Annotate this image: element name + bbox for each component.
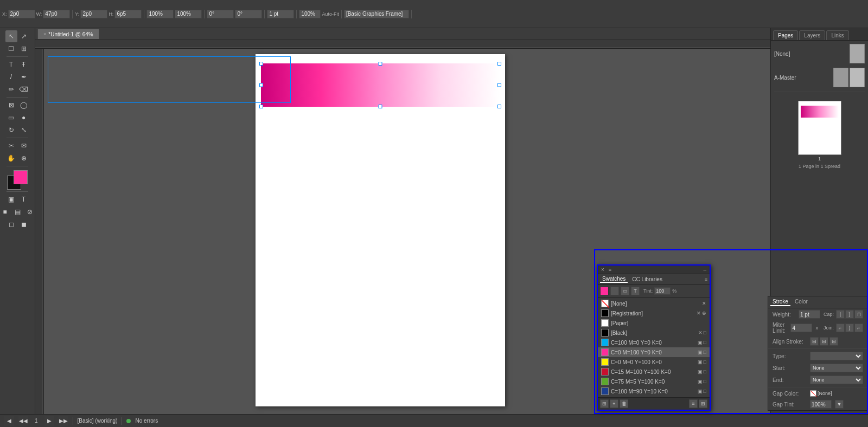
tab-links[interactable]: Links — [826, 30, 848, 40]
y-field[interactable] — [80, 10, 107, 18]
handle-bot-left[interactable] — [259, 105, 263, 108]
zoom-tool[interactable]: ⊕ — [18, 152, 30, 164]
a-master-thumb-l[interactable] — [833, 68, 848, 87]
rect-tool[interactable]: ▭ — [5, 112, 17, 124]
delete-swatch-btn[interactable]: 🗑 — [620, 399, 628, 408]
handle-top-right[interactable] — [497, 62, 501, 66]
swatches-tab[interactable]: Swatches — [600, 276, 628, 283]
join-miter-btn[interactable]: ⌐ — [836, 324, 845, 332]
stroke-weight-field[interactable] — [267, 10, 294, 18]
cc-libraries-tab[interactable]: CC Libraries — [630, 276, 665, 282]
tab-pages[interactable]: Pages — [773, 30, 798, 40]
pen-tool[interactable]: ✒ — [18, 71, 30, 83]
gap-tint-down-btn[interactable]: ▼ — [835, 400, 844, 409]
swatch-registration[interactable]: [Registration] ✕ ⊕ — [598, 308, 710, 318]
swatch-none[interactable]: [None] ✕ — [598, 299, 710, 308]
scissors-tool[interactable]: ✂ — [5, 140, 17, 152]
swatch-black[interactable]: [Black] ✕ □ — [598, 328, 710, 338]
ellipse-tool[interactable]: ● — [18, 112, 30, 124]
shear-field[interactable] — [235, 10, 262, 18]
stroke-indicator-btn[interactable] — [610, 287, 619, 295]
fill-indicator-btn[interactable] — [600, 287, 609, 295]
direct-select-tool[interactable]: ↗ — [18, 30, 30, 42]
document-tab[interactable]: × *Untitled-1 @ 64% — [37, 29, 99, 39]
prev-page-btn[interactable]: ◀ — [4, 416, 14, 426]
swatch-green[interactable]: C=75 M=5 Y=100 K=0 ▣ □ — [598, 377, 710, 386]
selection-tool[interactable]: ↖ — [5, 30, 17, 42]
scale-y-field[interactable] — [175, 10, 202, 18]
erase-tool[interactable]: ⌫ — [18, 83, 30, 95]
first-page-btn[interactable]: ◀◀ — [18, 416, 28, 426]
handle-top-left[interactable] — [259, 62, 263, 66]
swatch-view-list-btn[interactable]: ≡ — [689, 399, 698, 408]
type-path-tool[interactable]: Ŧ — [18, 59, 30, 70]
swatch-red[interactable]: C=15 M=100 Y=100 K=0 ▣ □ — [598, 367, 710, 377]
miter-field[interactable] — [790, 324, 812, 332]
last-page-btn[interactable]: ▶▶ — [59, 416, 68, 426]
hand-tool[interactable]: ✋ — [5, 152, 17, 164]
note-tool[interactable]: ✉ — [18, 140, 30, 152]
swatches-panel-close[interactable]: × — [601, 267, 604, 273]
normal-view-btn[interactable]: ◻ — [5, 218, 17, 230]
scale-x-field[interactable] — [146, 10, 174, 18]
gap-tool[interactable]: ⊞ — [18, 43, 30, 55]
pencil-tool[interactable]: ✏ — [5, 83, 17, 95]
rotation-field[interactable] — [207, 10, 234, 18]
ellipse-frame-tool[interactable]: ◯ — [18, 99, 30, 111]
new-color-group-btn[interactable]: ⊞ — [600, 399, 609, 408]
swatches-collapse-btn[interactable]: – — [703, 267, 706, 273]
solid-color-btn[interactable]: ■ — [0, 206, 11, 218]
weight-field[interactable] — [799, 310, 820, 319]
text-mode-btn[interactable]: T — [18, 193, 30, 205]
cap-square-btn[interactable]: ⊓ — [854, 310, 863, 319]
align-center-btn[interactable]: ⊟ — [810, 337, 819, 346]
page-tool[interactable]: ☐ — [5, 43, 17, 55]
fill-color-box[interactable] — [14, 170, 28, 184]
preview-btn[interactable]: ◼ — [18, 218, 30, 230]
swatch-yellow[interactable]: C=0 M=0 Y=100 K=0 ▣ □ — [598, 357, 710, 367]
gradient-btn[interactable]: ▤ — [11, 206, 23, 218]
rect-frame-tool[interactable]: ⊠ — [5, 99, 17, 111]
start-select[interactable]: None — [810, 364, 863, 372]
tint-input[interactable] — [654, 287, 671, 295]
color-tab[interactable]: Color — [793, 298, 810, 306]
swatches-expand-btn[interactable]: ≡ — [609, 267, 611, 273]
scale-tool[interactable]: ⤡ — [18, 124, 30, 136]
handle-bot-right[interactable] — [497, 105, 501, 108]
zoom-field[interactable] — [299, 10, 321, 18]
align-inside-btn[interactable]: ⊟ — [820, 337, 828, 346]
align-outside-btn[interactable]: ⊟ — [829, 337, 838, 346]
new-swatch-btn[interactable]: + — [610, 399, 618, 408]
frame-type-field[interactable] — [344, 10, 409, 18]
fill-mode-btn[interactable]: ▣ — [5, 193, 17, 205]
join-round-btn[interactable]: ) — [845, 324, 854, 332]
gradient-type-btn[interactable]: ▭ — [621, 287, 629, 295]
a-master-thumb-r[interactable] — [850, 68, 865, 87]
swatch-paper[interactable]: [Paper] — [598, 318, 710, 328]
gradient-rectangle[interactable] — [261, 63, 500, 107]
swatch-view-thumb-btn[interactable]: ⊞ — [699, 399, 707, 408]
cap-butt-btn[interactable]: | — [836, 310, 845, 319]
tab-layers[interactable]: Layers — [799, 30, 825, 40]
cap-round-btn[interactable]: ) — [845, 310, 854, 319]
swatch-blue[interactable]: C=100 M=90 Y=10 K=0 ▣ □ — [598, 386, 710, 396]
page-1-thumb[interactable] — [798, 101, 841, 155]
type-select[interactable] — [810, 352, 863, 360]
h-field[interactable] — [114, 10, 142, 18]
join-bevel-btn[interactable]: ⌐ — [854, 324, 863, 332]
line-tool[interactable]: / — [5, 71, 17, 83]
stroke-tab[interactable]: Stroke — [770, 298, 790, 306]
handle-mid-right[interactable] — [497, 83, 501, 87]
x-field[interactable] — [8, 10, 35, 18]
w-field[interactable] — [43, 10, 70, 18]
tab-close-btn[interactable]: × — [43, 31, 46, 37]
rotate-tool[interactable]: ↻ — [5, 124, 17, 136]
gap-tint-field[interactable] — [810, 400, 832, 409]
swatches-panel-menu[interactable]: ≡ — [705, 277, 707, 282]
handle-top-mid[interactable] — [379, 62, 382, 66]
swatch-magenta[interactable]: C=0 M=100 Y=0 K=0 ▣ □ — [598, 347, 710, 357]
end-select[interactable]: None — [810, 376, 863, 384]
handle-bot-mid[interactable] — [379, 105, 382, 108]
none-btn[interactable]: ⊘ — [24, 206, 35, 218]
next-page-btn[interactable]: ▶ — [44, 416, 54, 426]
